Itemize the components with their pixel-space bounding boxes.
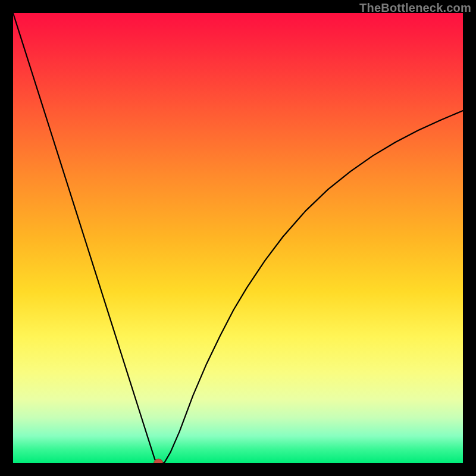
- minimum-marker: [154, 459, 163, 467]
- bottleneck-curve: [13, 13, 463, 463]
- curve-layer: [13, 13, 463, 463]
- chart-container: TheBottleneck.com: [0, 0, 476, 476]
- watermark-text: TheBottleneck.com: [359, 1, 471, 15]
- plot-background-gradient: [13, 13, 463, 463]
